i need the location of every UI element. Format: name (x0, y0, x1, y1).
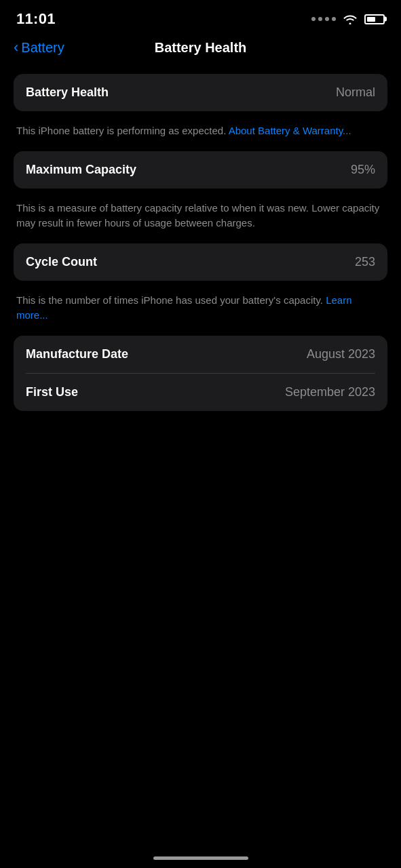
battery-health-label: Battery Health (26, 85, 109, 100)
manufacture-date-label: Manufacture Date (26, 347, 128, 361)
signal-dot-3 (325, 17, 329, 21)
battery-body (364, 14, 385, 24)
signal-dot-1 (311, 17, 316, 21)
cycle-count-description: This is the number of times iPhone has u… (14, 286, 387, 336)
first-use-value: September 2023 (285, 385, 375, 399)
chevron-left-icon: ‹ (14, 39, 18, 56)
signal-dot-2 (318, 17, 322, 21)
first-use-label: First Use (26, 385, 78, 399)
battery-health-card: Battery Health Normal (14, 74, 387, 111)
signal-dot-4 (332, 17, 336, 21)
cycle-count-value: 253 (355, 255, 375, 269)
signal-dots-icon (311, 17, 336, 21)
maximum-capacity-description: This is a measure of battery capacity re… (14, 194, 387, 243)
nav-bar: ‹ Battery Battery Health (0, 34, 401, 67)
dates-card: Manufacture Date August 2023 First Use S… (14, 336, 387, 411)
maximum-capacity-card: Maximum Capacity 95% (14, 151, 387, 189)
maximum-capacity-row: Maximum Capacity 95% (14, 151, 387, 189)
wifi-icon (343, 14, 358, 24)
maximum-capacity-value: 95% (351, 163, 375, 177)
back-label: Battery (21, 40, 64, 56)
battery-fill (367, 17, 375, 22)
cycle-count-row: Cycle Count 253 (14, 243, 387, 281)
cycle-count-card: Cycle Count 253 (14, 243, 387, 281)
battery-warranty-link[interactable]: About Battery & Warranty... (229, 125, 351, 136)
battery-health-value: Normal (336, 85, 375, 100)
cycle-count-label: Cycle Count (26, 255, 97, 269)
status-time: 11:01 (16, 10, 56, 28)
manufacture-date-value: August 2023 (307, 347, 375, 361)
home-indicator (153, 856, 248, 860)
battery-health-row: Battery Health Normal (14, 74, 387, 111)
battery-icon (364, 14, 385, 24)
battery-health-description: This iPhone battery is performing as exp… (14, 117, 387, 151)
content: Battery Health Normal This iPhone batter… (0, 67, 401, 411)
status-bar: 11:01 (0, 0, 401, 34)
page-title: Battery Health (155, 40, 247, 56)
maximum-capacity-label: Maximum Capacity (26, 163, 136, 177)
back-button[interactable]: ‹ Battery (14, 39, 64, 56)
first-use-row: First Use September 2023 (14, 374, 387, 411)
manufacture-date-row: Manufacture Date August 2023 (14, 336, 387, 373)
status-icons (311, 14, 385, 24)
